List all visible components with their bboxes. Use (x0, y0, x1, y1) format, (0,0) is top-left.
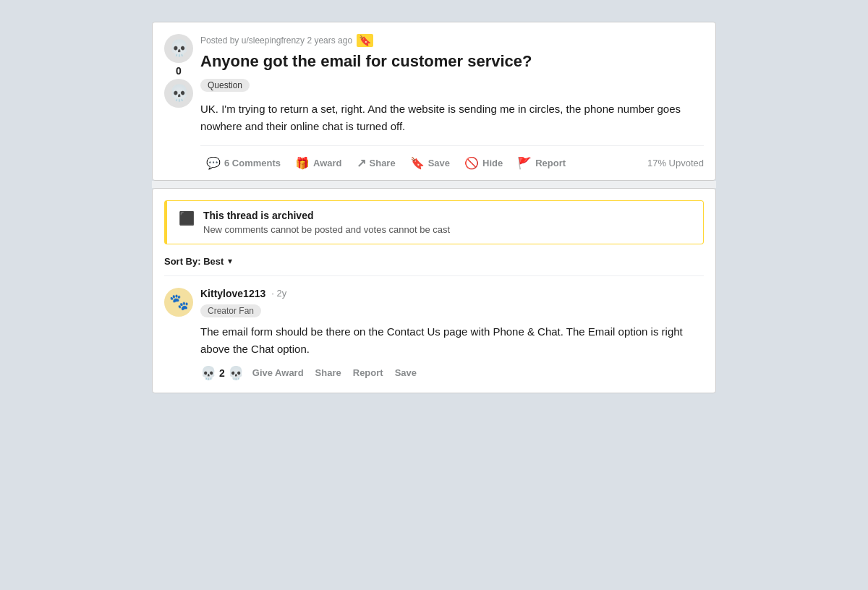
hide-icon: 🚫 (464, 156, 479, 170)
archived-banner: ⬛ This thread is archived New comments c… (164, 200, 704, 244)
award-label: Award (313, 158, 342, 168)
share-label: Share (370, 158, 396, 168)
vote-count: 0 (176, 66, 182, 76)
comment-meta: Kittylove1213 · 2y (200, 288, 704, 299)
post-actions: 💬 6 Comments 🎁 Award ↗ Share 🔖 Save (200, 145, 704, 180)
skull-icon: 💀 (169, 39, 189, 58)
comments-label: 6 Comments (224, 158, 281, 168)
comment-body: Kittylove1213 · 2y Creator Fan The email… (200, 288, 704, 381)
bookmark-icon: 🔖 (357, 34, 373, 47)
comment-share-button[interactable]: Share (312, 366, 344, 380)
post-meta: Posted by u/sleepingfrenzy 2 years ago 🔖 (200, 34, 704, 47)
comment-item: 🐾 Kittylove1213 · 2y Creator Fan The ema… (164, 288, 704, 381)
save-button[interactable]: 🔖 Save (404, 152, 456, 174)
post-body: UK. I'm trying to return a set, right. A… (200, 101, 704, 135)
post-main: Posted by u/sleepingfrenzy 2 years ago 🔖… (200, 34, 704, 180)
sort-label: Sort By: Best (164, 256, 224, 267)
give-award-button[interactable]: Give Award (250, 366, 307, 380)
sort-row: Sort By: Best ▾ (164, 256, 704, 276)
post-header: 💀 0 💀 Posted by u/sleepingfrenzy 2 years… (164, 34, 704, 180)
report-label: Report (535, 158, 566, 168)
report-icon: 🚩 (517, 156, 532, 170)
comment-actions: 💀 2 💀 Give Award Share Report Save (200, 365, 704, 381)
section-separator (152, 181, 716, 188)
comment-avatar: 🐾 (164, 288, 193, 317)
archived-icon: ⬛ (179, 210, 195, 226)
commenter-avatar-image: 🐾 (169, 293, 189, 312)
comment-report-button[interactable]: Report (350, 366, 386, 380)
comment-vote-count: 2 (219, 367, 225, 379)
share-icon: ↗ (357, 156, 366, 170)
comments-icon: 💬 (206, 156, 221, 170)
comment-vote: 💀 2 💀 (200, 365, 244, 381)
post-avatar: 💀 (164, 34, 193, 63)
hide-label: Hide (482, 158, 503, 168)
post-flair: Question (200, 79, 250, 92)
save-icon: 🔖 (410, 156, 425, 170)
comment-author: Kittylove1213 (200, 288, 265, 299)
save-label: Save (428, 158, 450, 168)
post-meta-text: Posted by u/sleepingfrenzy 2 years ago (200, 35, 352, 46)
post-title: Anyone got the email for customer servic… (200, 51, 704, 72)
comments-section: ⬛ This thread is archived New comments c… (152, 188, 716, 393)
archived-text: This thread is archived New comments can… (203, 210, 450, 235)
skull-icon-2: 💀 (169, 84, 189, 103)
award-button[interactable]: 🎁 Award (289, 152, 348, 174)
comment-save-button[interactable]: Save (392, 366, 420, 380)
upvote-skull-icon[interactable]: 💀 (200, 365, 216, 381)
comment-flair: Creator Fan (200, 304, 261, 317)
downvote-skull-icon[interactable]: 💀 (228, 365, 244, 381)
page-wrapper: 💀 0 💀 Posted by u/sleepingfrenzy 2 years… (152, 22, 716, 393)
chevron-down-icon[interactable]: ▾ (228, 256, 232, 266)
comment-text: The email form should be there on the Co… (200, 323, 704, 358)
comment-age: · 2y (271, 288, 286, 299)
comments-button[interactable]: 💬 6 Comments (200, 152, 286, 174)
hide-button[interactable]: 🚫 Hide (459, 152, 509, 174)
upvote-percentage: 17% Upvoted (647, 158, 704, 168)
award-icon: 🎁 (295, 156, 310, 170)
archived-title: This thread is archived (203, 210, 450, 221)
share-button[interactable]: ↗ Share (351, 152, 401, 174)
post-avatar-down: 💀 (164, 79, 193, 108)
post-card: 💀 0 💀 Posted by u/sleepingfrenzy 2 years… (152, 22, 716, 181)
vote-column: 💀 0 💀 (164, 34, 193, 108)
report-button[interactable]: 🚩 Report (511, 152, 571, 174)
archived-subtitle: New comments cannot be posted and votes … (203, 224, 450, 235)
